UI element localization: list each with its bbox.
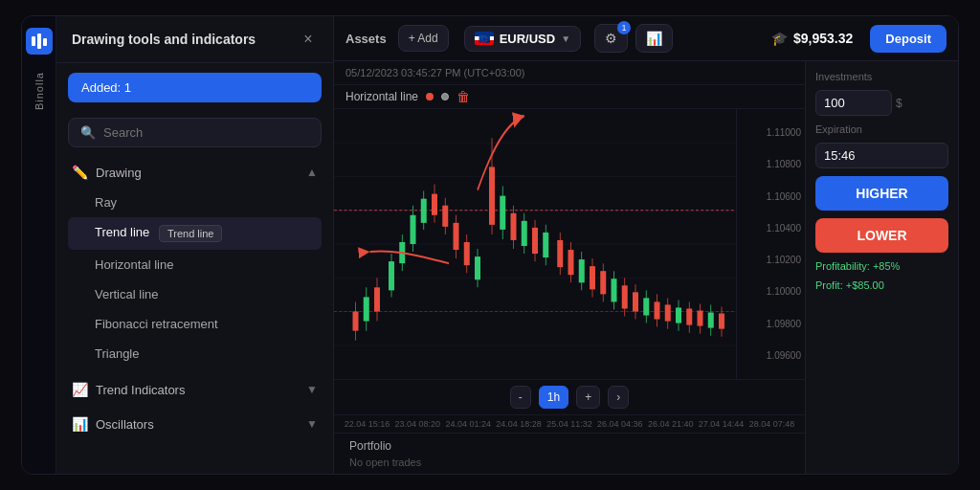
next-button[interactable]: ›: [608, 386, 629, 409]
svg-rect-49: [557, 240, 563, 267]
portfolio-empty: No open trades: [349, 457, 790, 468]
oscillators-label: 📊 Oscillators: [72, 416, 154, 432]
trend-indicators-header[interactable]: 📈 Trend Indicators ▼: [68, 374, 322, 405]
svg-rect-37: [489, 167, 495, 224]
indicator-button[interactable]: 📊: [635, 24, 673, 53]
price-level-6: 1.10000: [741, 286, 801, 297]
svg-rect-65: [643, 298, 649, 315]
oscillators-icon: 📊: [72, 416, 88, 432]
x-label-1: 23.04 08:20: [395, 419, 441, 429]
tool-vertical-line[interactable]: Vertical line: [68, 279, 322, 309]
svg-rect-67: [655, 301, 660, 319]
investments-row: $: [815, 90, 948, 116]
tool-ray[interactable]: Ray: [68, 188, 322, 217]
zoom-out-button[interactable]: -: [510, 386, 531, 409]
lower-button[interactable]: LOWER: [815, 218, 948, 253]
x-label-4: 25.04 11:32: [546, 419, 592, 429]
price-level-1: 1.11000: [741, 127, 801, 138]
oscillators-header[interactable]: 📊 Oscillators ▼: [68, 409, 322, 439]
trend-indicators-icon: 📈: [72, 382, 88, 397]
chart-datetime: 05/12/2023 03:45:27 PM (UTC+03:00): [334, 61, 805, 85]
svg-rect-77: [708, 313, 714, 328]
tools-button[interactable]: ⚙ 1: [594, 24, 628, 53]
drawing-icon: ✏️: [72, 165, 88, 180]
drawing-panel-header: Drawing tools and indicators ×: [56, 16, 333, 63]
balance-display: 🎓 $9,953.32: [771, 31, 853, 46]
timeframe-1h-button[interactable]: 1h: [539, 386, 568, 409]
svg-rect-33: [464, 242, 470, 265]
svg-rect-47: [543, 233, 548, 257]
pair-label: EUR/USD: [500, 32, 556, 46]
svg-rect-2: [43, 38, 47, 46]
svg-rect-55: [590, 266, 595, 289]
svg-rect-17: [374, 287, 380, 311]
svg-rect-19: [389, 261, 394, 290]
price-level-5: 1.10200: [741, 255, 801, 265]
svg-rect-39: [500, 196, 505, 230]
tool-horizontal-line[interactable]: Horizontal line: [68, 250, 322, 279]
x-axis: 22.04 15:16 23.04 08:20 24.04 01:24 24.0…: [334, 415, 805, 433]
svg-rect-51: [568, 250, 574, 275]
search-box: 🔍: [68, 118, 322, 147]
trend-indicators-chevron-icon: ▼: [306, 383, 318, 396]
pair-selector[interactable]: 🇪🇺 EUR/USD ▼: [464, 26, 581, 52]
x-label-3: 24.04 18:28: [496, 419, 542, 429]
brand-logo: [26, 28, 53, 55]
expiration-input[interactable]: [815, 143, 948, 168]
svg-rect-1: [37, 33, 41, 49]
svg-rect-79: [719, 314, 724, 329]
x-label-8: 28.04 07:48: [749, 419, 795, 429]
portfolio-title: Portfolio: [349, 439, 790, 453]
horizontal-line-label: Horizontal line: [345, 90, 418, 103]
added-badge[interactable]: Added: 1: [68, 73, 322, 102]
tool-trend-line[interactable]: Trend line Trend line: [68, 217, 322, 250]
price-level-8: 1.09600: [741, 350, 801, 361]
tool-fibonacci[interactable]: Fibonacci retracement: [68, 309, 322, 339]
horizontal-line-bar: Horizontal line 🗑: [334, 85, 805, 109]
svg-rect-73: [686, 308, 692, 324]
x-label-2: 24.04 01:24: [445, 419, 491, 429]
svg-rect-15: [364, 297, 369, 321]
close-drawing-panel-button[interactable]: ×: [299, 30, 318, 49]
bottom-area: - 1h + › 22.04 15:16 23.04 08:20 24.04 0…: [334, 379, 805, 433]
svg-rect-0: [32, 36, 35, 46]
investments-input[interactable]: [815, 90, 892, 116]
line-color-dot: [426, 93, 434, 100]
search-input[interactable]: [103, 125, 309, 140]
drawing-category-label: ✏️ Drawing: [72, 165, 142, 180]
svg-rect-31: [454, 223, 459, 250]
svg-rect-41: [511, 213, 517, 240]
price-level-4: 1.10400: [741, 223, 801, 234]
x-label-6: 26.04 21:40: [648, 419, 694, 429]
chart-svg-wrapper[interactable]: [334, 109, 736, 379]
drawing-category-header[interactable]: ✏️ Drawing ▲: [68, 157, 322, 188]
svg-rect-53: [579, 259, 585, 282]
tool-triangle[interactable]: Triangle: [68, 339, 322, 368]
drawing-panel-title: Drawing tools and indicators: [72, 32, 256, 47]
line-delete-button[interactable]: 🗑: [457, 89, 470, 104]
svg-rect-57: [600, 271, 606, 294]
tools-badge: 1: [617, 21, 631, 34]
higher-button[interactable]: HIGHER: [815, 176, 948, 211]
svg-rect-21: [399, 242, 405, 263]
search-icon: 🔍: [80, 125, 96, 140]
price-level-2: 1.10800: [741, 159, 801, 169]
svg-rect-25: [421, 199, 427, 223]
chart-main: 05/12/2023 03:45:27 PM (UTC+03:00) Horiz…: [334, 61, 805, 474]
svg-rect-75: [698, 310, 703, 325]
currency-label: $: [896, 97, 902, 110]
svg-rect-35: [475, 256, 480, 279]
add-asset-button[interactable]: + Add: [398, 25, 449, 52]
brand-name: Binolla: [33, 72, 45, 110]
oscillators-section: 📊 Oscillators ▼: [56, 409, 333, 439]
expiration-label: Expiration: [815, 123, 948, 135]
trend-indicators-label: 📈 Trend Indicators: [72, 382, 185, 397]
deposit-button[interactable]: Deposit: [870, 25, 947, 53]
line-visibility-dot[interactable]: [441, 93, 449, 100]
x-label-7: 27.04 14:44: [699, 419, 745, 429]
top-bar: Assets + Add 🇪🇺 EUR/USD ▼ ⚙ 1 📊 🎓 $9,: [334, 16, 958, 61]
svg-rect-69: [665, 304, 671, 321]
indicator-icon: 📊: [646, 31, 662, 46]
trend-line-tooltip: Trend line: [159, 225, 223, 242]
zoom-in-button[interactable]: +: [576, 386, 600, 409]
